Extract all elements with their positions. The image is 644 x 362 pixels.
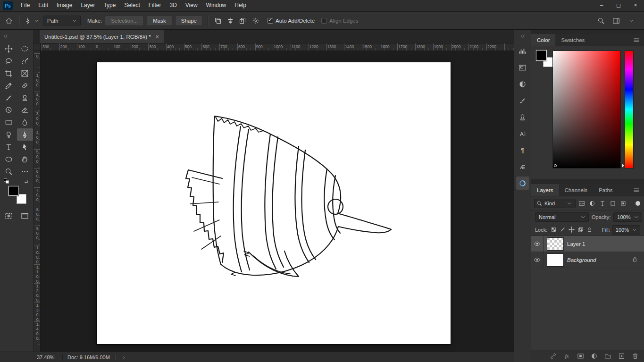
- filter-pixel-layers-icon[interactable]: [577, 199, 586, 208]
- fill-select[interactable]: 100%: [612, 225, 640, 235]
- path-operations-icon[interactable]: [213, 16, 223, 26]
- layer-row-background[interactable]: Background: [531, 252, 644, 268]
- vertical-ruler[interactable]: 0100200300400500600700800900100011001200…: [34, 51, 41, 352]
- document-viewport[interactable]: [41, 51, 514, 352]
- tool-mode-select[interactable]: Path: [43, 16, 81, 25]
- opacity-select[interactable]: 100%: [613, 212, 642, 222]
- lasso-tool[interactable]: [1, 55, 17, 67]
- active-tool-preset[interactable]: [24, 17, 40, 25]
- foreground-color-swatch[interactable]: [8, 186, 18, 196]
- menu-edit[interactable]: Edit: [34, 0, 52, 11]
- path-alignment-icon[interactable]: [225, 16, 235, 26]
- dodge-tool[interactable]: [1, 128, 17, 141]
- brush-settings-panel[interactable]: [516, 94, 529, 107]
- path-selection-tool[interactable]: [17, 141, 33, 153]
- screen-mode-button[interactable]: [17, 210, 33, 222]
- menu-filter[interactable]: Filter: [144, 0, 166, 11]
- blend-mode-select[interactable]: Normal: [535, 212, 589, 222]
- align-edges-checkbox[interactable]: Align Edges: [321, 18, 358, 24]
- tab-layers[interactable]: Layers: [531, 184, 559, 196]
- menu-view[interactable]: View: [181, 0, 202, 11]
- tab-color[interactable]: Color: [531, 34, 555, 46]
- eraser-tool[interactable]: [17, 104, 33, 116]
- lock-position-icon[interactable]: [567, 226, 576, 234]
- filter-type-layers-icon[interactable]: [598, 199, 607, 208]
- edit-toolbar-button[interactable]: [17, 165, 33, 177]
- zoom-level-field[interactable]: 37.48%: [37, 354, 58, 360]
- marquee-tool[interactable]: [17, 42, 33, 55]
- horizontal-ruler[interactable]: 3002001000100200300400500600700800900100…: [41, 43, 514, 51]
- status-chevron-icon[interactable]: [120, 354, 127, 361]
- lock-artboard-icon[interactable]: [576, 226, 585, 234]
- make-selection-button[interactable]: Selection...: [105, 16, 144, 26]
- libraries-panel[interactable]: [516, 177, 529, 190]
- clone-source-panel[interactable]: [516, 110, 529, 124]
- menu-help[interactable]: Help: [230, 0, 251, 11]
- adjustments-panel[interactable]: [516, 77, 529, 91]
- blur-tool[interactable]: [17, 116, 33, 128]
- filter-kind-select[interactable]: Kind: [534, 199, 576, 208]
- clone-stamp-tool[interactable]: [17, 92, 33, 104]
- brush-tool[interactable]: [1, 92, 17, 104]
- menu-image[interactable]: Image: [52, 0, 76, 11]
- menu-3d[interactable]: 3D: [165, 0, 181, 11]
- layers-panel-menu-icon[interactable]: [629, 184, 644, 196]
- filter-toggle-switch[interactable]: [636, 201, 640, 206]
- layer-thumbnail[interactable]: [547, 238, 563, 250]
- filter-smart-objects-icon[interactable]: [619, 199, 628, 208]
- hue-slider[interactable]: [625, 51, 633, 168]
- visibility-eye-icon[interactable]: [531, 236, 544, 252]
- histogram-panel[interactable]: [516, 44, 529, 58]
- home-icon[interactable]: [4, 16, 14, 26]
- crop-tool[interactable]: [1, 67, 17, 79]
- tab-swatches[interactable]: Swatches: [555, 34, 590, 46]
- paragraph-panel[interactable]: [516, 143, 529, 157]
- document-tab[interactable]: Untitled-1.psd @ 37.5% (Layer 1, RGB/8#)…: [40, 30, 164, 43]
- menu-type[interactable]: Type: [99, 0, 120, 11]
- gradient-tool[interactable]: [1, 116, 17, 128]
- color-picker-marker[interactable]: [554, 164, 557, 167]
- auto-add-delete-checkbox[interactable]: Auto Add/Delete: [268, 18, 315, 24]
- history-brush-tool[interactable]: [1, 104, 17, 116]
- lock-transparent-pixels-icon[interactable]: [549, 226, 558, 234]
- ellipse-tool[interactable]: [1, 153, 17, 165]
- path-arrangement-icon[interactable]: [237, 16, 248, 26]
- dock-expand-icon[interactable]: [520, 30, 526, 42]
- swap-colors-icon[interactable]: ⇄: [25, 179, 28, 184]
- navigator-panel[interactable]: [516, 61, 529, 74]
- search-icon[interactable]: [596, 16, 606, 26]
- close-button[interactable]: ×: [627, 0, 644, 11]
- filter-shape-layers-icon[interactable]: [608, 199, 618, 208]
- lock-image-pixels-icon[interactable]: [558, 226, 567, 234]
- tab-channels[interactable]: Channels: [559, 184, 594, 196]
- foreground-color-swatch[interactable]: [536, 50, 547, 61]
- new-group-icon[interactable]: [603, 352, 612, 361]
- link-layers-icon[interactable]: [549, 352, 557, 361]
- menu-window[interactable]: Window: [202, 0, 231, 11]
- character-panel[interactable]: [516, 127, 529, 140]
- layer-thumbnail[interactable]: [547, 254, 563, 266]
- restore-button[interactable]: ◻: [610, 0, 627, 11]
- tab-paths[interactable]: Paths: [593, 184, 618, 196]
- spot-healing-tool[interactable]: [17, 79, 33, 92]
- type-tool[interactable]: [1, 141, 17, 153]
- quick-mask-button[interactable]: [1, 210, 17, 222]
- hand-tool[interactable]: [17, 153, 33, 165]
- filter-adjustment-layers-icon[interactable]: [587, 199, 597, 208]
- make-mask-button[interactable]: Mask: [147, 16, 172, 26]
- chevron-down-icon[interactable]: [626, 16, 636, 26]
- color-panel-menu-icon[interactable]: [629, 34, 644, 46]
- toolbar-collapse-icon[interactable]: [3, 34, 8, 39]
- layer-row-layer-1[interactable]: Layer 1: [531, 236, 644, 252]
- delete-layer-icon[interactable]: [631, 352, 639, 361]
- zoom-tool[interactable]: [1, 165, 17, 177]
- new-layer-icon[interactable]: [617, 352, 626, 361]
- layer-style-fx-icon[interactable]: [562, 352, 571, 361]
- default-colors-icon[interactable]: [4, 178, 9, 184]
- eyedropper-tool[interactable]: [1, 79, 17, 92]
- hue-slider-marker[interactable]: [622, 164, 624, 168]
- visibility-eye-icon[interactable]: [531, 252, 544, 268]
- saturation-brightness-field[interactable]: [553, 51, 620, 168]
- canvas[interactable]: [97, 62, 451, 344]
- menu-select[interactable]: Select: [120, 0, 144, 11]
